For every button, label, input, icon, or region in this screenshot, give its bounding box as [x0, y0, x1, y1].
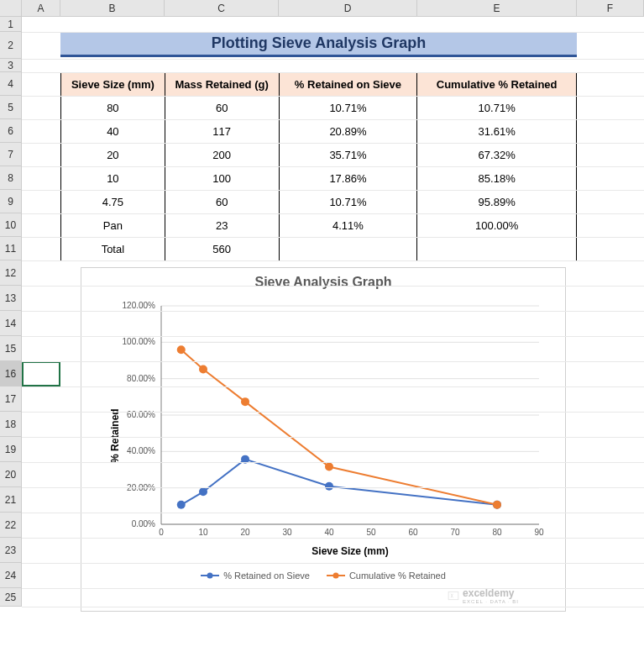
y-tick: 0.00%	[113, 519, 155, 528]
svg-point-10	[199, 487, 207, 496]
cell-r4-c3[interactable]: 95.89%	[417, 191, 577, 214]
y-tick: 80.00%	[113, 374, 155, 383]
cell-r4-c1[interactable]: 60	[165, 191, 279, 214]
row-header-1[interactable]: 1	[0, 17, 22, 32]
table-row: 4011720.89%31.61%	[61, 120, 577, 144]
row-header-13[interactable]: 13	[0, 286, 22, 311]
legend-item-series1: % Retained on Sieve	[201, 570, 310, 581]
column-header-E[interactable]: E	[417, 0, 577, 16]
cell-r3-c1[interactable]: 100	[165, 167, 279, 191]
svg-point-14	[177, 345, 186, 354]
x-tick: 90	[531, 528, 547, 537]
row-header-15[interactable]: 15	[0, 336, 22, 361]
row-header-18[interactable]: 18	[0, 412, 22, 437]
row-header-11[interactable]: 11	[0, 237, 22, 260]
x-tick: 50	[363, 528, 380, 537]
row-header-22[interactable]: 22	[0, 513, 22, 538]
watermark: exceldemy EXCEL · DATA · BI	[448, 587, 519, 604]
svg-point-17	[325, 463, 333, 471]
cell-r6-c3[interactable]	[417, 238, 577, 261]
table-header-0: Sieve Size (mm)	[61, 73, 165, 97]
spreadsheet: ABCDEF 123456789101112131415161718192021…	[0, 0, 644, 652]
svg-rect-19	[448, 592, 458, 599]
cell-r0-c0[interactable]: 80	[61, 97, 165, 120]
row-header-24[interactable]: 24	[0, 563, 22, 588]
cell-r5-c0[interactable]: Pan	[61, 214, 165, 238]
x-tick: 70	[447, 528, 463, 537]
cell-r3-c2[interactable]: 17.86%	[279, 167, 417, 191]
cell-r4-c0[interactable]: 4.75	[61, 191, 165, 214]
cell-r3-c0[interactable]: 10	[61, 167, 165, 191]
row-header-14[interactable]: 14	[0, 311, 22, 336]
chart-legend: % Retained on Sieve Cumulative % Retaine…	[81, 570, 565, 581]
cell-r2-c1[interactable]: 200	[165, 144, 279, 167]
x-tick: 10	[195, 528, 212, 537]
cell-r1-c1[interactable]: 117	[165, 120, 279, 144]
cell-r6-c1[interactable]: 560	[165, 238, 279, 261]
y-tick: 120.00%	[113, 301, 155, 310]
x-tick: 0	[153, 528, 170, 537]
row-header-21[interactable]: 21	[0, 487, 22, 513]
cell-r6-c0[interactable]: Total	[61, 238, 165, 261]
row-header-19[interactable]: 19	[0, 437, 22, 462]
row-header-23[interactable]: 23	[0, 538, 22, 563]
cell-r0-c1[interactable]: 60	[165, 97, 279, 120]
cell-r0-c2[interactable]: 10.71%	[279, 97, 417, 120]
table-row: 1010017.86%85.18%	[61, 167, 577, 191]
column-header-B[interactable]: B	[60, 0, 165, 16]
row-header-12[interactable]: 12	[0, 260, 22, 286]
row-header-7[interactable]: 7	[0, 143, 22, 166]
row-header-25[interactable]: 25	[0, 588, 22, 607]
row-header-17[interactable]: 17	[0, 386, 22, 412]
table-row: 4.756010.71%95.89%	[61, 191, 577, 214]
cell-r1-c2[interactable]: 20.89%	[279, 120, 417, 144]
active-cell-indicator	[22, 361, 60, 386]
x-axis-label: Sieve Size (mm)	[161, 545, 539, 557]
column-headers: ABCDEF	[22, 0, 644, 17]
x-tick: 40	[321, 528, 338, 537]
cell-r2-c3[interactable]: 67.32%	[417, 144, 577, 167]
legend-swatch-2	[327, 575, 345, 576]
chart-title: Sieve Analysis Graph	[81, 268, 565, 293]
x-tick: 30	[279, 528, 296, 537]
table-header-row: Sieve Size (mm)Mass Retained (g)% Retain…	[61, 73, 577, 97]
row-header-4[interactable]: 4	[0, 72, 22, 96]
cell-r3-c3[interactable]: 85.18%	[417, 167, 577, 191]
row-header-2[interactable]: 2	[0, 32, 22, 59]
svg-point-18	[493, 501, 501, 509]
cell-r2-c2[interactable]: 35.71%	[279, 144, 417, 167]
row-header-3[interactable]: 3	[0, 59, 22, 72]
chart[interactable]: Sieve Analysis Graph % Retained 0.00%20.…	[81, 267, 566, 612]
column-header-F[interactable]: F	[577, 0, 644, 16]
cell-r4-c2[interactable]: 10.71%	[279, 191, 417, 214]
cell-r0-c3[interactable]: 10.71%	[417, 97, 577, 120]
column-header-C[interactable]: C	[165, 0, 279, 16]
legend-swatch-1	[201, 575, 219, 576]
table-row: 2020035.71%67.32%	[61, 144, 577, 167]
cell-r1-c0[interactable]: 40	[61, 120, 165, 144]
y-tick: 100.00%	[113, 337, 155, 346]
cell-r6-c2[interactable]	[279, 238, 417, 261]
cell-r5-c3[interactable]: 100.00%	[417, 214, 577, 238]
select-all-corner[interactable]	[0, 0, 22, 17]
row-headers: 1234567891011121314151617181920212223242…	[0, 17, 22, 607]
row-header-20[interactable]: 20	[0, 462, 22, 487]
cell-r5-c2[interactable]: 4.11%	[279, 214, 417, 238]
cell-r1-c3[interactable]: 31.61%	[417, 120, 577, 144]
svg-point-12	[325, 482, 333, 491]
row-header-6[interactable]: 6	[0, 119, 22, 143]
cell-r5-c1[interactable]: 23	[165, 214, 279, 238]
table-row: Pan234.11%100.00%	[61, 214, 577, 238]
column-header-D[interactable]: D	[279, 0, 417, 16]
row-header-5[interactable]: 5	[0, 96, 22, 119]
x-tick: 20	[237, 528, 254, 537]
column-header-A[interactable]: A	[22, 0, 60, 16]
row-header-10[interactable]: 10	[0, 213, 22, 237]
row-header-9[interactable]: 9	[0, 190, 22, 213]
y-tick: 40.00%	[113, 446, 155, 455]
row-header-16[interactable]: 16	[0, 361, 22, 386]
plot-area	[161, 306, 539, 524]
svg-point-9	[177, 501, 186, 509]
cell-r2-c0[interactable]: 20	[61, 144, 165, 167]
row-header-8[interactable]: 8	[0, 166, 22, 190]
